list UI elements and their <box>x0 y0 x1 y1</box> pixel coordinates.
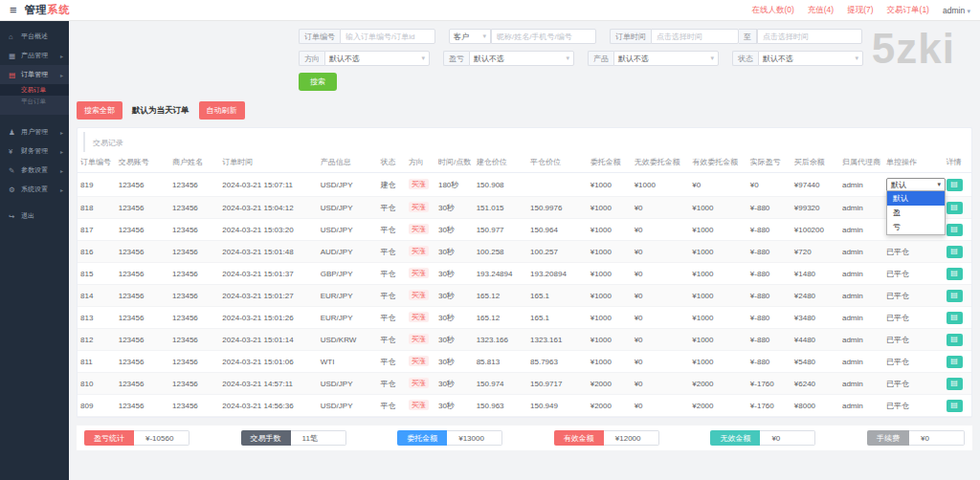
cell-order: 813 <box>78 307 116 329</box>
cell-balance: ¥3480 <box>791 307 839 329</box>
detail-button[interactable]: ▤ <box>947 290 963 302</box>
dropdown-option[interactable]: 亏 <box>887 220 945 234</box>
customer-type-select[interactable]: 客户▾ <box>449 29 491 44</box>
topbar-link-recharge[interactable]: 充值(4) <box>808 5 834 16</box>
sidebar-item-users[interactable]: ♟ 用户管理 ▸ <box>0 122 69 142</box>
sidebar-item-orders[interactable]: ▤ 订单管理 ▸ <box>0 65 69 84</box>
direction-label: 方向 <box>299 51 324 66</box>
cell-invalid: ¥0 <box>632 285 690 307</box>
cell-agent: admin <box>839 197 883 219</box>
order-number-input[interactable] <box>340 29 435 44</box>
direction-badge: 买涨 <box>409 224 429 234</box>
cell-profit: ¥0 <box>747 173 791 197</box>
status-select[interactable]: 默认不选▾ <box>758 51 863 66</box>
detail-button[interactable]: ▤ <box>947 378 963 390</box>
cell-detail: ▤ <box>944 307 971 329</box>
sidebar-item-trade-orders[interactable]: 交易订单 <box>0 84 69 96</box>
cell-profit: ¥-1760 <box>747 373 791 395</box>
summary-value: 11笔 <box>291 430 346 446</box>
cell-valid: ¥2000 <box>689 373 747 395</box>
cell-close_price: 150.9976 <box>527 197 588 219</box>
direction-badge: 买涨 <box>409 202 429 212</box>
summary-group: 委托金额¥13000 <box>397 430 502 446</box>
cell-profit: ¥-880 <box>747 197 791 219</box>
cell-op: 已平仓 <box>883 307 944 329</box>
column-header: 时间/点数 <box>435 152 474 173</box>
sidebar-item-logout[interactable]: ↪ 退出 <box>0 207 69 226</box>
sidebar-item-products[interactable]: ▦ 产品管理 ▸ <box>0 46 69 65</box>
detail-button[interactable]: ▤ <box>947 202 963 214</box>
time-to-input[interactable] <box>757 29 862 44</box>
cell-order: 810 <box>78 373 116 395</box>
cell-balance: ¥720 <box>791 241 839 263</box>
cell-entrust: ¥1000 <box>588 173 632 197</box>
summary-label: 无效金额 <box>710 430 760 446</box>
logout-icon: ↪ <box>9 212 18 221</box>
detail-button[interactable]: ▤ <box>947 268 963 280</box>
cell-order: 818 <box>78 197 116 219</box>
logo-suffix: 系统 <box>48 4 71 15</box>
topbar-link-withdraw[interactable]: 提现(7) <box>847 5 873 16</box>
cell-account: 123456 <box>116 329 169 351</box>
sidebar-item-platform-orders[interactable]: 平台订单 <box>0 96 69 107</box>
detail-button[interactable]: ▤ <box>947 312 963 324</box>
cell-entrust: ¥2000 <box>588 373 632 395</box>
cell-merchant: 123456 <box>169 197 219 219</box>
document-icon: ▤ <box>950 204 958 211</box>
detail-button[interactable]: ▤ <box>947 400 963 412</box>
auto-refresh-button[interactable]: 自动刷新 <box>199 101 245 120</box>
cell-op: 默认▾默认盈亏 <box>883 173 944 197</box>
sidebar-item-overview[interactable]: ⌂ 平台概述 <box>0 27 69 46</box>
cell-entrust: ¥1000 <box>588 307 632 329</box>
card-title: 交易记录 <box>83 132 971 152</box>
sidebar-item-params[interactable]: ✎ 参数设置 ▸ <box>0 161 69 180</box>
cell-invalid: ¥0 <box>632 241 690 263</box>
cell-close_price: 1323.161 <box>527 329 588 351</box>
cell-product: USD/JPY <box>318 197 378 219</box>
detail-button[interactable]: ▤ <box>947 356 963 368</box>
dropdown-option[interactable]: 盈 <box>887 206 945 220</box>
cell-op: 已平仓 <box>883 263 944 285</box>
user-menu[interactable]: admin ▾ <box>943 6 970 15</box>
detail-button[interactable]: ▤ <box>947 179 963 191</box>
cell-duration: 180秒 <box>435 173 474 197</box>
column-header: 实际盈亏 <box>747 152 791 173</box>
cell-status: 平仓 <box>377 307 405 329</box>
cell-agent: admin <box>839 263 883 285</box>
summary-label: 交易手数 <box>241 430 291 446</box>
profit-loss-select[interactable]: 默认不选▾ <box>469 51 574 66</box>
detail-button[interactable]: ▤ <box>947 224 963 236</box>
search-button[interactable]: 搜索 <box>299 73 337 91</box>
cell-time: 2024-03-21 15:01:27 <box>219 285 317 307</box>
sidebar-item-system[interactable]: ⚙ 系统设置 ▸ <box>0 180 69 199</box>
cell-time: 2024-03-21 15:01:48 <box>219 241 317 263</box>
sidebar-item-finance[interactable]: ¥ 财务管理 ▸ <box>0 142 69 161</box>
cell-valid: ¥1000 <box>689 285 747 307</box>
product-select[interactable]: 默认不选▾ <box>613 51 719 66</box>
document-icon: ▤ <box>950 226 958 233</box>
table-header-row: 订单编号交易账号商户姓名订单时间产品信息状态方向时间/点数建仓价位平仓价位委托金… <box>78 152 971 173</box>
hamburger-icon[interactable]: ≡ <box>10 4 17 16</box>
trade-records-card: 交易记录 订单编号交易账号商户姓名订单时间产品信息状态方向时间/点数建仓价位平仓… <box>77 127 972 418</box>
summary-label: 有效金额 <box>554 430 604 446</box>
filter-customer: 客户▾ <box>449 29 596 44</box>
direction-select[interactable]: 默认不选▾ <box>324 51 430 66</box>
detail-button[interactable]: ▤ <box>947 334 963 346</box>
filter-direction: 方向 默认不选▾ <box>299 51 430 66</box>
cell-valid: ¥0 <box>689 173 747 197</box>
cell-duration: 30秒 <box>435 197 474 219</box>
search-all-button[interactable]: 搜索全部 <box>77 101 122 120</box>
direction-badge: 买涨 <box>409 378 429 388</box>
cell-merchant: 123456 <box>169 241 219 263</box>
cell-entrust: ¥1000 <box>588 329 632 351</box>
cell-direction: 买涨 <box>406 197 435 219</box>
cell-balance: ¥5480 <box>791 351 839 373</box>
customer-input[interactable] <box>491 29 596 44</box>
cell-account: 123456 <box>116 307 169 329</box>
detail-button[interactable]: ▤ <box>947 246 963 258</box>
cell-agent: admin <box>839 373 883 395</box>
topbar-link-orders[interactable]: 交易订单(1) <box>887 5 929 16</box>
topbar-link-online[interactable]: 在线人数(0) <box>751 5 793 16</box>
time-from-input[interactable] <box>651 29 739 44</box>
dropdown-option[interactable]: 默认 <box>887 191 945 206</box>
